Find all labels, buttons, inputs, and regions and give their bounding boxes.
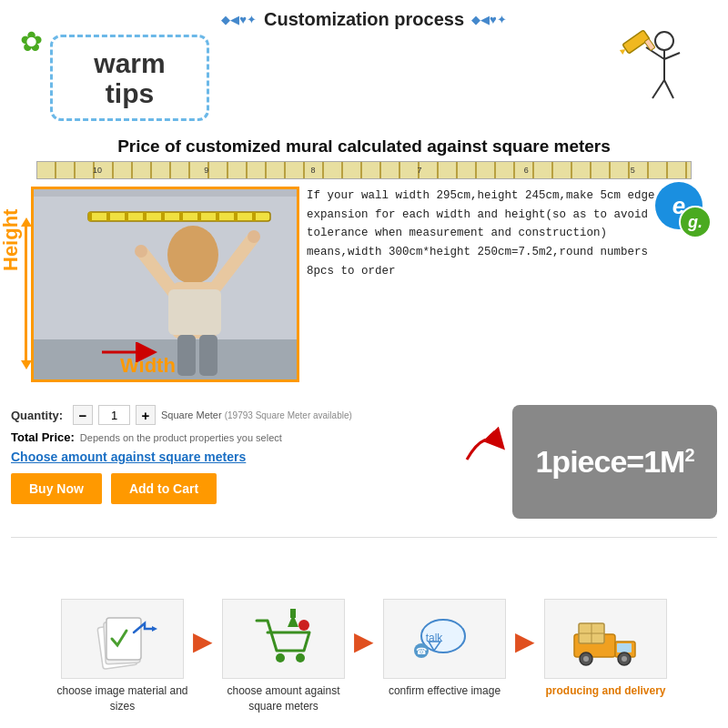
svg-rect-22	[252, 212, 256, 221]
svg-rect-42	[290, 609, 296, 618]
svg-line-4	[652, 80, 664, 98]
ruler: 10 9 8 7 6 5	[36, 161, 692, 179]
step-4-box	[544, 599, 667, 679]
svg-point-27	[135, 245, 147, 258]
svg-point-23	[167, 226, 218, 284]
process-step-1: choose image material and sizes	[52, 599, 193, 714]
warm-tips-text: warm tips	[94, 48, 165, 108]
quantity-label: Quantity:	[11, 409, 67, 422]
pencil-figure	[605, 27, 687, 118]
process-section: choose image material and sizes ▶ choose…	[0, 599, 728, 714]
text-section: e g. If your wall width 295cm,height 245…	[307, 187, 717, 382]
ruler-num: 10	[93, 166, 102, 175]
header-title: Customization process	[264, 9, 464, 30]
process-step-4: producing and delivery	[535, 599, 676, 699]
svg-point-39	[276, 653, 285, 662]
step-1-label: choose image material and sizes	[52, 683, 193, 714]
svg-rect-19	[197, 212, 201, 221]
order-panel: Quantity: − + Square Meter (19793 Square…	[11, 405, 449, 504]
svg-line-3	[664, 53, 680, 59]
header-deco-left: ◆◀♥✦	[221, 13, 257, 26]
warm-tips-box: warm tips	[50, 35, 209, 121]
process-arrow-3: ▶	[515, 626, 535, 656]
action-buttons: Buy Now Add to Cart	[11, 473, 449, 504]
svg-line-5	[664, 80, 673, 98]
svg-point-40	[296, 653, 305, 662]
svg-rect-30	[177, 335, 196, 376]
flower-decoration: ✿	[20, 25, 43, 57]
svg-rect-13	[88, 212, 92, 221]
ruler-num: 7	[418, 166, 422, 175]
svg-rect-20	[216, 212, 219, 221]
main-title-section: Price of customized mural calculated aga…	[0, 135, 728, 182]
ruler-num: 5	[631, 166, 635, 175]
price-label: Total Price:	[11, 430, 75, 444]
unit-text: 1piece=1M2	[535, 444, 693, 480]
svg-point-53	[583, 656, 589, 662]
svg-point-43	[298, 620, 309, 631]
order-section: Quantity: − + Square Meter (19793 Square…	[11, 405, 717, 519]
process-arrow-1: ▶	[193, 626, 213, 656]
header-deco-right: ◆◀♥✦	[471, 13, 507, 26]
svg-marker-38	[152, 626, 157, 632]
red-arrow-decoration	[458, 423, 508, 472]
svg-text:talk: talk	[425, 632, 443, 644]
price-value: Depends on the product properties you se…	[80, 432, 282, 443]
step-2-label: choose amount against square meters	[213, 683, 354, 714]
quantity-unit: Square Meter (19793 Square Meter availab…	[161, 410, 352, 420]
height-arrow	[25, 223, 27, 364]
svg-rect-14	[106, 212, 110, 221]
main-title: Price of customized mural calculated aga…	[0, 135, 728, 158]
svg-rect-16	[143, 212, 147, 221]
svg-point-55	[622, 656, 627, 662]
svg-rect-15	[125, 212, 128, 221]
buy-now-button[interactable]: Buy Now	[11, 473, 102, 504]
step-1-box	[61, 599, 184, 679]
height-label: Height	[0, 209, 23, 271]
process-step-2: choose amount against square meters	[213, 599, 354, 714]
ruler-num: 6	[524, 166, 529, 175]
choose-amount-text: Choose amount against square meters	[11, 450, 449, 464]
content-area: Height Width e g.	[0, 187, 728, 382]
svg-rect-31	[199, 335, 217, 376]
ruler-num: 8	[310, 166, 315, 175]
width-arrow	[97, 342, 161, 366]
divider	[11, 537, 717, 538]
add-to-cart-button[interactable]: Add to Cart	[111, 473, 217, 504]
svg-rect-18	[179, 212, 183, 221]
svg-rect-8	[644, 38, 655, 50]
unit-badge: 1piece=1M2	[512, 405, 717, 519]
svg-rect-21	[234, 212, 238, 221]
svg-text:☎: ☎	[416, 646, 427, 656]
process-arrow-2: ▶	[354, 626, 374, 656]
quantity-minus-button[interactable]: −	[73, 405, 93, 425]
ruler-num: 9	[204, 166, 208, 175]
svg-rect-29	[168, 289, 221, 335]
step-3-label: confirm effective image	[389, 683, 500, 699]
quantity-plus-button[interactable]: +	[136, 405, 156, 425]
process-step-3: talk ☎ confirm effective image	[374, 599, 515, 699]
svg-point-28	[248, 230, 260, 243]
wall-image-frame	[31, 187, 299, 382]
quantity-input[interactable]	[98, 405, 130, 425]
quantity-available: (19793 Square Meter available)	[225, 410, 352, 420]
svg-rect-11	[34, 189, 299, 197]
step-2-box	[222, 599, 345, 679]
svg-point-0	[655, 32, 673, 50]
price-row: Total Price: Depends on the product prop…	[11, 430, 449, 444]
step-3-box: talk ☎	[383, 599, 506, 679]
eg-badge: e g.	[655, 182, 717, 246]
step-4-label: producing and delivery	[545, 683, 665, 699]
image-section: Height Width	[11, 187, 298, 382]
svg-rect-51	[617, 643, 632, 652]
svg-rect-17	[161, 212, 165, 221]
quantity-row: Quantity: − + Square Meter (19793 Square…	[11, 405, 449, 425]
